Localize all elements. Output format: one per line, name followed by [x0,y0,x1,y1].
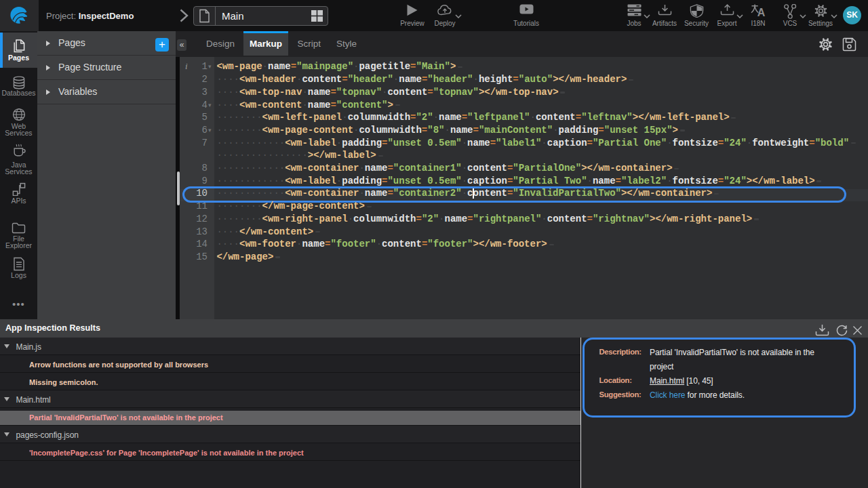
svg-text:A: A [757,7,766,17]
